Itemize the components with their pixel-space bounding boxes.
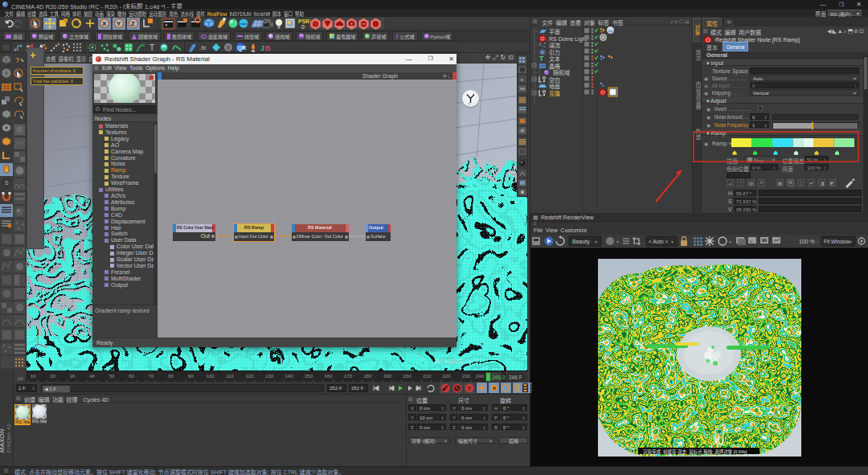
svg-text:< Auto >: < Auto > [649,239,668,244]
svg-text:40: 40 [89,374,95,379]
svg-text:120: 120 [245,374,254,379]
svg-text:Fit Window: Fit Window [824,239,850,244]
svg-text:引力: 引力 [549,49,560,56]
svg-text:30: 30 [70,374,76,379]
svg-text:T: T [539,55,544,63]
svg-text:+: + [750,239,753,244]
svg-text:Y: Y [36,329,39,334]
svg-text:170: 170 [344,374,353,379]
svg-text:200: 200 [403,374,411,379]
svg-text:随机域: 随机域 [553,69,570,76]
svg-text:220: 220 [442,374,451,379]
svg-text:10: 10 [18,376,23,381]
svg-text:100: 100 [206,374,215,379]
svg-text:Z: Z [131,20,135,27]
svg-text:140: 140 [285,374,293,379]
svg-text:150: 150 [305,374,313,379]
svg-text:↕: ↕ [817,240,819,244]
svg-text:渲染完成: 帧缓存 双击: 鼠标点 拖拽: 选择对象: 渲染完成: 帧缓存 双击: 鼠标点 拖拽: 选择对象 [0.94s] [643,448,747,455]
svg-text:PSR: PSR [298,18,309,24]
svg-text:湍流: 湍流 [549,42,560,49]
svg-text:.fx: .fx [199,44,207,51]
svg-text:130: 130 [265,374,274,379]
svg-text:80: 80 [168,374,174,379]
svg-text:60: 60 [129,374,134,379]
svg-text:246 F: 246 F [509,375,522,380]
svg-text:晶格: 晶格 [549,63,560,70]
svg-text:▾: ▾ [671,240,674,244]
svg-text:▾: ▾ [616,240,619,244]
svg-text:文本: 文本 [549,55,560,63]
svg-text:?: ? [15,56,20,64]
svg-text:地面: 地面 [549,83,560,90]
svg-text:Y: Y [117,20,121,27]
svg-text:240: 240 [476,374,485,379]
svg-text:100 %: 100 % [799,239,815,244]
svg-text:J: J [260,44,264,52]
svg-text:平面: 平面 [549,29,560,35]
svg-text:▾: ▾ [729,240,731,244]
svg-text:10: 10 [31,374,36,379]
svg-text:B: B [265,44,271,52]
svg-text:210: 210 [423,374,432,379]
svg-text:50: 50 [109,374,115,379]
svg-text:20: 20 [50,374,55,379]
svg-text:▾: ▾ [595,240,597,244]
svg-text:246.0: 246.0 [492,375,506,380]
svg-text:180: 180 [363,374,372,379]
svg-text:70: 70 [149,374,154,379]
svg-text:+: + [520,76,524,84]
svg-text:X: X [102,20,107,27]
svg-text:阴影贴图缓存 130 万: 阴影贴图缓存 130 万 [435,358,479,365]
svg-text:110: 110 [226,374,234,379]
svg-text:T: T [149,43,154,52]
svg-text:P: P [517,386,520,391]
svg-text:Beauty: Beauty [572,239,590,245]
svg-text:QR: QR [238,45,247,51]
svg-text:RS Dome Light: RS Dome Light [549,36,588,43]
svg-text:空白: 空白 [549,76,560,84]
svg-text:克隆: 克隆 [549,90,560,97]
svg-text:S: S [5,179,9,186]
svg-text:0: 0 [301,24,305,30]
svg-text:Y··: Y·· [468,102,472,106]
svg-text:▾: ▾ [850,240,852,244]
svg-text:90: 90 [188,374,194,379]
svg-text:?: ? [468,386,471,391]
svg-text:190: 190 [383,374,392,379]
svg-text:160: 160 [324,374,333,379]
svg-text:230: 230 [462,374,471,379]
